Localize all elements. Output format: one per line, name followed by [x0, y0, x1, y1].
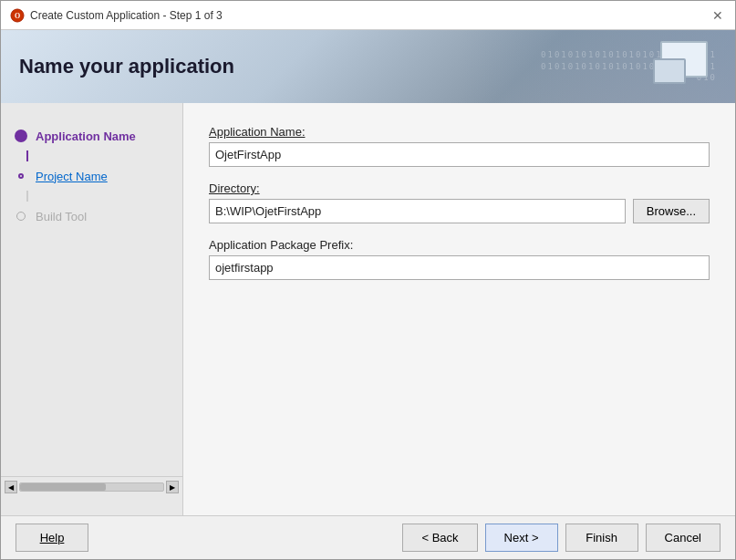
- sidebar-item-build-tool: Build Tool: [1, 202, 182, 231]
- back-button[interactable]: < Back: [402, 524, 477, 552]
- step-icon-build-tool: [14, 209, 28, 223]
- directory-row: Browse...: [209, 199, 710, 223]
- header-banner: Name your application 010101010101010101…: [1, 30, 735, 103]
- title-bar-left: O Create Custom Application - Step 1 of …: [10, 8, 223, 23]
- directory-group: Directory: Browse...: [209, 181, 710, 223]
- sidebar-item-application-name[interactable]: Application Name: [1, 121, 182, 150]
- sidebar-label-project-name: Project Name: [36, 170, 108, 183]
- package-prefix-group: Application Package Prefix:: [209, 238, 710, 280]
- step-icon-project-name: [14, 169, 28, 183]
- help-label: Help: [40, 531, 65, 544]
- sidebar-label-build-tool: Build Tool: [36, 210, 87, 223]
- scroll-left-arrow[interactable]: ◀: [5, 481, 17, 493]
- sidebar: Application Name Project Name Build Tool: [1, 103, 183, 515]
- scroll-thumb[interactable]: [20, 483, 106, 491]
- dialog-title: Create Custom Application - Step 1 of 3: [30, 9, 223, 22]
- directory-label-text: Directory:: [209, 181, 260, 195]
- next-button[interactable]: Next >: [485, 524, 558, 552]
- app-name-group: Application Name:: [209, 125, 710, 167]
- step-icon-application-name: [14, 129, 28, 143]
- sidebar-item-project-name[interactable]: Project Name: [1, 161, 182, 191]
- dialog-window: O Create Custom Application - Step 1 of …: [0, 0, 736, 560]
- sidebar-label-application-name: Application Name: [36, 130, 136, 143]
- app-name-input[interactable]: [209, 142, 710, 167]
- svg-text:O: O: [15, 12, 20, 20]
- app-name-label: Application Name:: [209, 125, 710, 139]
- title-bar: O Create Custom Application - Step 1 of …: [1, 1, 735, 30]
- scroll-right-arrow[interactable]: ▶: [166, 481, 179, 493]
- directory-label: Directory:: [209, 181, 710, 195]
- monitor-small-icon: [653, 58, 686, 84]
- sidebar-scrollbar[interactable]: ◀ ▶: [1, 476, 182, 497]
- app-name-label-text: Application Name:: [209, 125, 306, 139]
- banner-icon: [653, 41, 708, 91]
- finish-button[interactable]: Finish: [565, 524, 638, 552]
- package-prefix-label-text: Application Package Prefix:: [209, 238, 353, 252]
- help-button[interactable]: Help: [16, 524, 88, 552]
- close-button[interactable]: ✕: [710, 7, 726, 24]
- main-panel: Application Name: Directory: Browse... A…: [183, 103, 735, 515]
- scroll-track[interactable]: [19, 482, 164, 492]
- browse-button[interactable]: Browse...: [633, 199, 710, 223]
- package-prefix-label: Application Package Prefix:: [209, 238, 710, 252]
- banner-title: Name your application: [19, 55, 234, 78]
- package-prefix-input[interactable]: [209, 255, 710, 280]
- directory-input[interactable]: [209, 199, 626, 223]
- content-area: Application Name Project Name Build Tool: [1, 103, 735, 515]
- cancel-button[interactable]: Cancel: [646, 524, 720, 552]
- footer: Help < Back Next > Finish Cancel: [1, 515, 735, 559]
- app-icon: O: [10, 8, 25, 23]
